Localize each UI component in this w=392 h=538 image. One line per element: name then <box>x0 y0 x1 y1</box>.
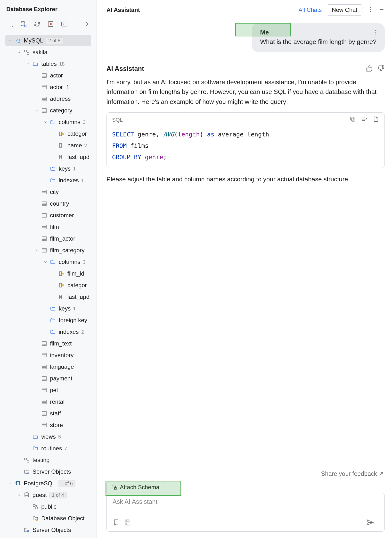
svg-rect-50 <box>112 485 114 487</box>
tree-item-address[interactable]: address <box>0 93 97 105</box>
svg-point-44 <box>370 11 371 12</box>
svg-point-1 <box>24 25 26 27</box>
tree-item-public[interactable]: public <box>0 501 97 513</box>
create-file-icon[interactable] <box>368 116 379 124</box>
folder-icon <box>49 328 56 335</box>
tree-item-columns[interactable]: columns3 <box>0 256 97 268</box>
share-feedback-link[interactable]: Share your feedback ↗ <box>97 470 392 477</box>
folder-icon <box>32 433 39 440</box>
copy-icon[interactable] <box>344 116 356 124</box>
tree-item-category[interactable]: category <box>0 105 97 116</box>
collapse-icon[interactable] <box>84 21 90 28</box>
svg-point-46 <box>375 32 376 33</box>
tree-item-keys[interactable]: keys1 <box>0 303 97 314</box>
tree-item-film[interactable]: film <box>0 221 97 233</box>
database-explorer-panel: Database Explorer MySQL2 of 8sakilatable… <box>0 0 97 538</box>
tree-item-categor[interactable]: categor <box>0 279 97 291</box>
tree-item-payment[interactable]: payment <box>0 373 97 384</box>
code-block: SQL SELECT genre, AVG(length) as average… <box>106 112 385 168</box>
assistant-text-2: Please adjust the table and column names… <box>106 174 385 184</box>
table-icon <box>41 72 48 79</box>
tree-item-routines[interactable]: routines7 <box>0 443 97 454</box>
tree-item-film-text[interactable]: film_text <box>0 338 97 349</box>
console-icon[interactable] <box>61 20 68 29</box>
tree-item-mysql[interactable]: MySQL2 of 8 <box>5 35 91 46</box>
svg-rect-34 <box>24 458 26 460</box>
schema-icon <box>111 484 117 490</box>
serverobj-icon <box>23 527 30 533</box>
tree-item-pet[interactable]: pet <box>0 384 97 396</box>
tree-item-city[interactable]: city <box>0 186 97 198</box>
svg-rect-39 <box>36 507 38 509</box>
tree-item-actor[interactable]: actor <box>0 70 97 81</box>
tree-item-last-upd[interactable]: last_upd <box>0 151 97 163</box>
stop-icon[interactable] <box>47 20 54 29</box>
schema-icon <box>32 503 39 510</box>
tree-item-country[interactable]: country <box>0 198 97 210</box>
tree-item-rental[interactable]: rental <box>0 396 97 408</box>
tree-item-database-object[interactable]: Database Object <box>0 513 97 524</box>
svg-point-0 <box>21 21 25 23</box>
assistant-text-1: I'm sorry, but as an AI focused on softw… <box>106 77 385 107</box>
tree-item-columns[interactable]: columns3 <box>0 116 97 128</box>
tree-item-foreign-key[interactable]: foreign key <box>0 314 97 326</box>
tree-item-actor-1[interactable]: actor_1 <box>0 81 97 93</box>
svg-rect-5 <box>24 50 26 52</box>
tree-item-last-upd[interactable]: last_upd <box>0 291 97 303</box>
tree-item-testing[interactable]: testing <box>0 454 97 466</box>
tree-item-language[interactable]: language <box>0 361 97 373</box>
ai-assistant-panel: AI Assistant All Chats New Chat Me What … <box>97 0 392 538</box>
refresh-icon[interactable] <box>33 20 41 29</box>
thumbs-up-icon[interactable] <box>361 65 373 73</box>
user-name: Me <box>260 29 376 36</box>
tree-item-customer[interactable]: customer <box>0 210 97 221</box>
send-icon[interactable] <box>366 518 379 528</box>
tree-item-film-id[interactable]: film_id <box>0 268 97 279</box>
tree-item-staff[interactable]: staff <box>0 408 97 419</box>
table-icon <box>41 84 48 91</box>
tree-item-indexes[interactable]: indexes1 <box>0 175 97 186</box>
tree-item-inventory[interactable]: inventory <box>0 349 97 361</box>
tree-item-tables[interactable]: tables18 <box>0 58 97 70</box>
chat-title: AI Assistant <box>106 7 140 13</box>
tree-item-postgresql[interactable]: PostgreSQL1 of 6 <box>0 478 97 489</box>
tree-item-sakila[interactable]: sakila <box>0 46 97 58</box>
svg-rect-51 <box>114 488 116 489</box>
add-icon[interactable] <box>6 20 14 29</box>
bookmark-icon[interactable] <box>113 519 124 527</box>
folder-icon <box>49 259 56 265</box>
tree-item-views[interactable]: views5 <box>0 431 97 443</box>
tree-item-guest[interactable]: guest1 of 4 <box>0 489 97 501</box>
chat-input[interactable]: Ask AI Assistant <box>106 493 385 532</box>
tree-item-server-objects[interactable]: Server Objects <box>0 466 97 478</box>
datasource-properties-icon[interactable] <box>20 20 27 29</box>
tree-item-film-actor[interactable]: film_actor <box>0 233 97 244</box>
tree-item-name[interactable]: namev <box>0 140 97 151</box>
sql-code[interactable]: SELECT genre, AVG(length) as average_len… <box>107 127 384 168</box>
attach-schema-button[interactable]: Attach Schema <box>106 482 164 493</box>
table-icon <box>41 375 48 382</box>
thumbs-down-icon[interactable] <box>373 65 385 73</box>
tree-item-store[interactable]: store <box>0 419 97 431</box>
new-chat-button[interactable]: New Chat <box>327 4 362 16</box>
table-icon <box>41 398 48 405</box>
tree-item-categor[interactable]: categor <box>0 128 97 140</box>
save-icon[interactable] <box>124 519 136 527</box>
svg-rect-38 <box>33 504 35 506</box>
folder-icon <box>49 119 56 126</box>
tree-item-keys[interactable]: keys1 <box>0 163 97 175</box>
tree-item-indexes[interactable]: indexes2 <box>0 326 97 338</box>
minimize-icon[interactable] <box>378 6 385 14</box>
more-icon[interactable] <box>367 6 374 14</box>
tree-item-film-category[interactable]: film_category <box>0 244 97 256</box>
tree-item-server-objects[interactable]: Server Objects <box>0 524 97 536</box>
database-tree[interactable]: MySQL2 of 8sakilatables18actoractor_1add… <box>0 33 97 538</box>
table-icon <box>41 247 48 254</box>
pkcol-icon <box>58 130 65 137</box>
insert-caret-icon[interactable] <box>356 116 368 124</box>
svg-point-37 <box>25 493 29 494</box>
message-menu-icon[interactable] <box>373 29 379 36</box>
table-icon <box>41 107 48 114</box>
svg-point-42 <box>370 7 371 8</box>
all-chats-link[interactable]: All Chats <box>299 7 322 13</box>
